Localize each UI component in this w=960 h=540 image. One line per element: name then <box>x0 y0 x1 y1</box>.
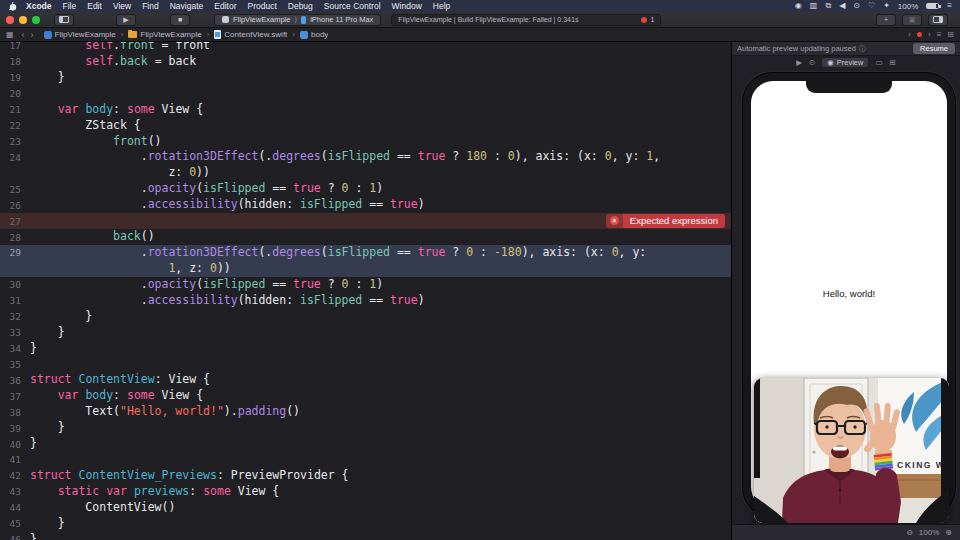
stop-button[interactable]: ■ <box>170 14 190 26</box>
line-number[interactable]: 23 <box>0 136 30 147</box>
menu-item-help[interactable]: Help <box>433 1 450 11</box>
line-number[interactable]: 38 <box>0 407 30 418</box>
code-line[interactable]: 1, z: 0)) <box>0 261 731 277</box>
code-line[interactable]: 25.opacity(isFlipped == true ? 0 : 1) <box>0 181 731 197</box>
code-line[interactable]: 39} <box>0 420 731 436</box>
code-line[interactable]: 30.opacity(isFlipped == true ? 0 : 1) <box>0 277 731 293</box>
live-preview-button[interactable]: ▶ <box>796 58 802 67</box>
volume-icon[interactable]: ◀ <box>839 2 845 10</box>
resume-button[interactable]: Resume <box>913 43 955 54</box>
zoom-out-button[interactable]: ⊖ <box>906 528 913 537</box>
code-line[interactable]: 22ZStack { <box>0 118 731 134</box>
line-number[interactable]: 28 <box>0 232 30 243</box>
code-line[interactable]: z: 0)) <box>0 165 731 181</box>
prev-issue-button[interactable]: ‹ <box>908 30 911 39</box>
menu-item-find[interactable]: Find <box>142 1 159 11</box>
line-number[interactable]: 26 <box>0 200 30 211</box>
code-line[interactable]: 20 <box>0 86 731 102</box>
line-number[interactable]: 45 <box>0 518 30 529</box>
forward-button[interactable]: › <box>31 30 34 40</box>
line-number[interactable]: 46 <box>0 534 30 540</box>
code-line[interactable]: 18self.back = back <box>0 54 731 70</box>
run-button[interactable]: ▶ <box>116 14 136 26</box>
breadcrumb-item-contentview-swift[interactable]: ContentView.swift <box>214 30 287 39</box>
zoom-window-button[interactable] <box>32 16 40 24</box>
apple-menu-icon[interactable] <box>8 2 18 11</box>
source-editor[interactable]: 17self.front = front18self.back = back19… <box>0 42 731 540</box>
line-number[interactable]: 18 <box>0 56 30 67</box>
line-number[interactable]: 22 <box>0 120 30 131</box>
control-strip-icon[interactable]: ≡ <box>947 2 952 10</box>
menu-item-source-control[interactable]: Source Control <box>324 1 381 11</box>
line-number[interactable]: 33 <box>0 327 30 338</box>
code-line[interactable]: 34} <box>0 341 731 357</box>
line-number[interactable]: 32 <box>0 311 30 322</box>
code-line[interactable]: 32} <box>0 309 731 325</box>
breadcrumb-item-flipviewexample[interactable]: FlipViewExample <box>128 30 201 39</box>
breadcrumb-item-flipviewexample[interactable]: FlipViewExample <box>44 30 116 39</box>
zoom-level[interactable]: 100% <box>919 528 939 537</box>
menu-item-file[interactable]: File <box>63 1 77 11</box>
device-preview-button[interactable]: ▭ <box>875 58 882 67</box>
menu-item-window[interactable]: Window <box>392 1 422 11</box>
add-editor-button[interactable]: ⊞ <box>947 30 954 39</box>
control-center-icon[interactable]: ♡ <box>868 2 875 10</box>
breadcrumb-item-body[interactable]: body <box>300 30 328 39</box>
code-line[interactable]: 38Text("Hello, world!").padding() <box>0 404 731 420</box>
menu-item-edit[interactable]: Edit <box>87 1 102 11</box>
next-issue-button[interactable]: › <box>928 30 931 39</box>
inspect-preview-button[interactable]: ⊞ <box>890 58 896 67</box>
info-icon[interactable]: ⓘ <box>859 44 866 54</box>
line-number[interactable]: 40 <box>0 439 30 450</box>
menu-item-editor[interactable]: Editor <box>214 1 236 11</box>
code-line[interactable]: 40} <box>0 436 731 452</box>
library-button[interactable]: ▣ <box>902 14 922 26</box>
line-number[interactable]: 27 <box>0 216 30 227</box>
issue-count[interactable]: 1 <box>641 16 654 23</box>
line-number[interactable]: 20 <box>0 88 30 99</box>
code-line[interactable]: 17self.front = front <box>0 42 731 54</box>
line-number[interactable]: 44 <box>0 502 30 513</box>
code-line[interactable]: 27×Expected expression <box>0 213 731 229</box>
line-number[interactable]: 37 <box>0 391 30 402</box>
spotlight-search-icon[interactable]: ⊙ <box>853 2 860 10</box>
add-button[interactable]: + <box>876 14 896 26</box>
line-number[interactable]: 30 <box>0 279 30 290</box>
code-line[interactable]: 28back() <box>0 229 731 245</box>
related-items-icon[interactable]: ▦ <box>6 30 14 39</box>
code-line[interactable]: 24.rotation3DEffect(.degrees(isFlipped =… <box>0 149 731 165</box>
line-number[interactable]: 41 <box>0 454 30 465</box>
close-window-button[interactable] <box>6 16 14 24</box>
line-number[interactable]: 39 <box>0 423 30 434</box>
line-number[interactable]: 19 <box>0 72 30 83</box>
line-number[interactable]: 29 <box>0 247 30 258</box>
line-number[interactable]: 21 <box>0 104 30 115</box>
code-line[interactable]: 23front() <box>0 134 731 150</box>
scheme-selector[interactable]: FlipViewExample ⟩ iPhone 11 Pro Max <box>214 14 381 26</box>
code-line[interactable]: 43static var previews: some View { <box>0 484 731 500</box>
minimize-window-button[interactable] <box>19 16 27 24</box>
menu-item-navigate[interactable]: Navigate <box>170 1 204 11</box>
code-line[interactable]: 31.accessibility(hidden: isFlipped == tr… <box>0 293 731 309</box>
line-number[interactable]: 25 <box>0 184 30 195</box>
code-line[interactable]: 29.rotation3DEffect(.degrees(isFlipped =… <box>0 245 731 261</box>
issue-indicator-icon[interactable] <box>917 32 922 37</box>
line-number[interactable]: 36 <box>0 375 30 386</box>
code-line[interactable]: 19} <box>0 70 731 86</box>
activity-status[interactable]: FlipViewExample | Build FlipViewExample:… <box>391 14 661 26</box>
line-number[interactable]: 43 <box>0 486 30 497</box>
menu-item-product[interactable]: Product <box>247 1 276 11</box>
menu-item-view[interactable]: View <box>113 1 131 11</box>
back-button[interactable]: ‹ <box>22 30 25 40</box>
line-number[interactable]: 42 <box>0 470 30 481</box>
record-status-icon[interactable]: ◉ <box>795 2 802 10</box>
code-line[interactable]: 37var body: some View { <box>0 388 731 404</box>
code-line[interactable]: 35 <box>0 356 731 372</box>
code-line[interactable]: 41 <box>0 452 731 468</box>
video-capture-icon[interactable]: ▥ <box>810 2 818 10</box>
line-number[interactable]: 34 <box>0 343 30 354</box>
preview-tab[interactable]: ◉Preview <box>822 58 868 67</box>
menu-item-xcode[interactable]: Xcode <box>26 1 52 11</box>
line-number[interactable]: 24 <box>0 152 30 163</box>
line-number[interactable]: 17 <box>0 42 30 51</box>
